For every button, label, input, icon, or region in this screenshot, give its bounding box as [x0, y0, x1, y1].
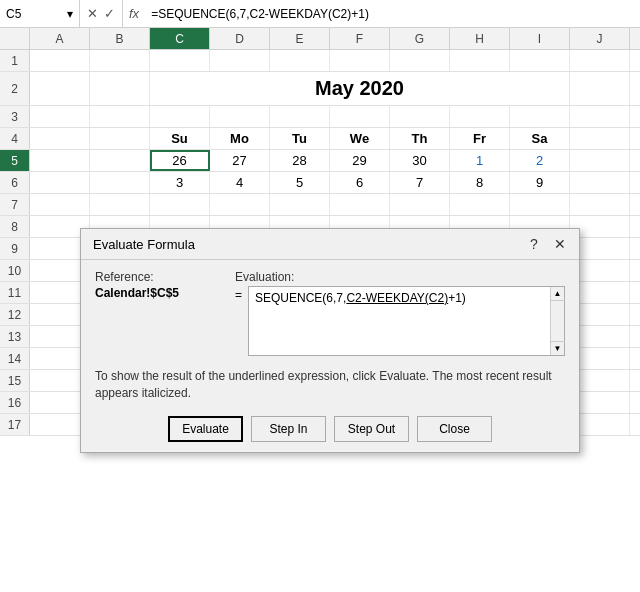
col-header-A[interactable]: A [30, 28, 90, 49]
cell-J1[interactable] [570, 50, 630, 71]
cell-A4[interactable] [30, 128, 90, 149]
cell-K2[interactable] [630, 72, 640, 105]
cell-B6[interactable] [90, 172, 150, 193]
row-num-14[interactable]: 14 [0, 348, 30, 369]
cell-K5[interactable] [630, 150, 640, 171]
row-num-17[interactable]: 17 [0, 414, 30, 435]
cell-H1[interactable] [450, 50, 510, 71]
cell-A6[interactable] [30, 172, 90, 193]
row-num-4[interactable]: 4 [0, 128, 30, 149]
cell-B1[interactable] [90, 50, 150, 71]
col-header-C[interactable]: C [150, 28, 210, 49]
cell-F4[interactable]: We [330, 128, 390, 149]
cell-C6[interactable]: 3 [150, 172, 210, 193]
col-header-J[interactable]: J [570, 28, 630, 49]
cell-E7[interactable] [270, 194, 330, 215]
cell-F7[interactable] [330, 194, 390, 215]
row-num-3[interactable]: 3 [0, 106, 30, 127]
cell-C7[interactable] [150, 194, 210, 215]
row-num-15[interactable]: 15 [0, 370, 30, 391]
cell-H7[interactable] [450, 194, 510, 215]
cell-J4[interactable] [570, 128, 630, 149]
confirm-formula-icon[interactable]: ✓ [104, 6, 115, 21]
cell-K3[interactable] [630, 106, 640, 127]
cell-D6[interactable]: 4 [210, 172, 270, 193]
cancel-formula-icon[interactable]: ✕ [87, 6, 98, 21]
cell-B7[interactable] [90, 194, 150, 215]
cell-D7[interactable] [210, 194, 270, 215]
cell-A2[interactable] [30, 72, 90, 105]
col-header-D[interactable]: D [210, 28, 270, 49]
row-num-7[interactable]: 7 [0, 194, 30, 215]
row-num-9[interactable]: 9 [0, 238, 30, 259]
cell-H5[interactable]: 1 [450, 150, 510, 171]
cell-J6[interactable] [570, 172, 630, 193]
cell-F6[interactable]: 6 [330, 172, 390, 193]
row-num-8[interactable]: 8 [0, 216, 30, 237]
step-out-button[interactable]: Step Out [334, 416, 409, 442]
cell-E5[interactable]: 28 [270, 150, 330, 171]
cell-E3[interactable] [270, 106, 330, 127]
cell-D5[interactable]: 27 [210, 150, 270, 171]
cell-G7[interactable] [390, 194, 450, 215]
cell-C5[interactable]: 26 [150, 150, 210, 171]
col-header-I[interactable]: I [510, 28, 570, 49]
row-num-12[interactable]: 12 [0, 304, 30, 325]
col-header-B[interactable]: B [90, 28, 150, 49]
cell-H3[interactable] [450, 106, 510, 127]
col-header-K[interactable]: K [630, 28, 640, 49]
evaluate-button[interactable]: Evaluate [168, 416, 243, 442]
cell-A5[interactable] [30, 150, 90, 171]
cell-G5[interactable]: 30 [390, 150, 450, 171]
cell-H4[interactable]: Fr [450, 128, 510, 149]
cell-D1[interactable] [210, 50, 270, 71]
row-num-16[interactable]: 16 [0, 392, 30, 413]
cell-I5[interactable]: 2 [510, 150, 570, 171]
cell-A3[interactable] [30, 106, 90, 127]
cell-A1[interactable] [30, 50, 90, 71]
cell-K1[interactable] [630, 50, 640, 71]
cell-G4[interactable]: Th [390, 128, 450, 149]
row-num-1[interactable]: 1 [0, 50, 30, 71]
dialog-close-icon[interactable]: ✕ [551, 235, 569, 253]
col-header-G[interactable]: G [390, 28, 450, 49]
cell-D3[interactable] [210, 106, 270, 127]
cell-I7[interactable] [510, 194, 570, 215]
cell-I4[interactable]: Sa [510, 128, 570, 149]
row-num-10[interactable]: 10 [0, 260, 30, 281]
cell-D4[interactable]: Mo [210, 128, 270, 149]
cell-F3[interactable] [330, 106, 390, 127]
row-num-13[interactable]: 13 [0, 326, 30, 347]
col-header-H[interactable]: H [450, 28, 510, 49]
cell-J5[interactable] [570, 150, 630, 171]
cell-K7[interactable] [630, 194, 640, 215]
cell-G3[interactable] [390, 106, 450, 127]
cell-K4[interactable] [630, 128, 640, 149]
eval-scroll-down[interactable]: ▼ [551, 341, 565, 355]
cell-C2[interactable]: May 2020 [150, 72, 570, 105]
cell-C4[interactable]: Su [150, 128, 210, 149]
cell-I3[interactable] [510, 106, 570, 127]
row-num-2[interactable]: 2 [0, 72, 30, 105]
cell-A7[interactable] [30, 194, 90, 215]
eval-scroll-up[interactable]: ▲ [551, 287, 565, 301]
cell-E6[interactable]: 5 [270, 172, 330, 193]
name-box-dropdown-icon[interactable]: ▾ [67, 7, 73, 21]
cell-B4[interactable] [90, 128, 150, 149]
name-box[interactable]: C5 ▾ [0, 0, 80, 27]
cell-G6[interactable]: 7 [390, 172, 450, 193]
row-num-11[interactable]: 11 [0, 282, 30, 303]
cell-F1[interactable] [330, 50, 390, 71]
close-button[interactable]: Close [417, 416, 492, 442]
cell-J2[interactable] [570, 72, 630, 105]
step-in-button[interactable]: Step In [251, 416, 326, 442]
cell-J3[interactable] [570, 106, 630, 127]
row-num-6[interactable]: 6 [0, 172, 30, 193]
col-header-E[interactable]: E [270, 28, 330, 49]
col-header-F[interactable]: F [330, 28, 390, 49]
cell-C3[interactable] [150, 106, 210, 127]
cell-K6[interactable] [630, 172, 640, 193]
cell-G1[interactable] [390, 50, 450, 71]
cell-B5[interactable] [90, 150, 150, 171]
cell-B3[interactable] [90, 106, 150, 127]
